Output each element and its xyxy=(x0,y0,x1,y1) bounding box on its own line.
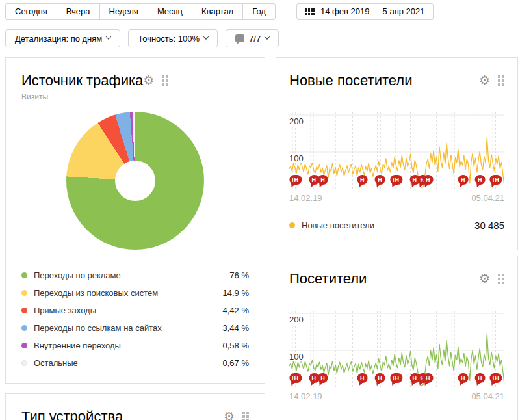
legend-color-dot xyxy=(21,343,27,348)
annotation-marker[interactable]: IH xyxy=(490,175,502,185)
annotation-marker[interactable]: H xyxy=(318,373,328,383)
pie-legend: Переходы по рекламе76 %Переходы из поиск… xyxy=(21,267,249,372)
widget-header: Новые посетители ⚙ xyxy=(289,72,504,89)
widget-title: Посетители xyxy=(289,270,479,287)
annotation-marker[interactable]: H xyxy=(358,175,368,185)
legend-color-dot xyxy=(21,308,27,313)
period-button-month[interactable]: Месяц xyxy=(148,3,192,20)
period-button-week[interactable]: Неделя xyxy=(99,3,148,20)
legend-total-value: 30 485 xyxy=(474,220,504,231)
y-axis-tick: 100 xyxy=(289,153,307,163)
pie-legend-item[interactable]: Переходы по ссылкам на сайтах3,44 % xyxy=(21,319,249,337)
line-chart: 200100IHHHHHIHHHHHHIH xyxy=(289,110,504,192)
legend-label: Новые посетители xyxy=(302,220,374,230)
drag-handle-icon[interactable] xyxy=(242,412,249,420)
widget-visitors: Посетители ⚙ 200100IHHHHHIHHHHHHIH 14.02… xyxy=(276,256,518,420)
x-axis-start-date: 14.02.19 xyxy=(289,391,322,401)
detail-label: Детализация: по дням xyxy=(15,34,102,44)
legend-percent-value: 3,44 % xyxy=(223,323,249,333)
widget-traffic-source: Источник трафика Визиты ⚙ Переходы по ре… xyxy=(5,57,265,384)
legend-label: Переходы из поисковых систем xyxy=(34,288,223,298)
annotation-marker[interactable]: H xyxy=(375,373,385,383)
widget-header: Источник трафика Визиты ⚙ xyxy=(21,72,249,101)
line-chart: 200100IHHHHHIHHHHHHIH xyxy=(289,308,504,390)
legend-percent-value: 4,42 % xyxy=(223,306,249,315)
annotation-marker[interactable]: IH xyxy=(390,175,402,185)
comments-label: 7/7 xyxy=(249,34,261,44)
accuracy-label: Точность: 100% xyxy=(138,34,200,44)
pie-legend-item[interactable]: Переходы из поисковых систем14,9 % xyxy=(21,284,249,302)
annotation-marker[interactable]: H xyxy=(475,373,486,383)
toolbar-period-row: СегодняВчераНеделяМесяцКварталГод 14 фев… xyxy=(5,3,434,20)
period-segmented-control: СегодняВчераНеделяМесяцКварталГод xyxy=(5,3,276,20)
widget-title: Новые посетители xyxy=(289,72,479,89)
annotation-marker[interactable]: H xyxy=(458,373,469,383)
period-button-today[interactable]: Сегодня xyxy=(5,3,57,20)
x-axis-end-date: 05.04.21 xyxy=(471,391,504,401)
date-range-button[interactable]: 14 фев 2019 — 5 апр 2021 xyxy=(296,3,434,20)
chart-legend: Новые посетители 30 485 xyxy=(289,220,504,231)
legend-label: Переходы по ссылкам на сайтах xyxy=(34,323,223,333)
pie-legend-item[interactable]: Остальные0,67 % xyxy=(21,354,249,372)
annotation-marker[interactable]: H xyxy=(458,175,469,185)
widget-header: Посетители ⚙ xyxy=(289,270,504,287)
x-axis-dates: 14.02.19 05.04.21 xyxy=(289,193,504,203)
legend-label: Внутренние переходы xyxy=(34,341,223,350)
settings-gear-icon[interactable]: ⚙ xyxy=(479,272,490,285)
legend-label: Остальные xyxy=(34,358,223,368)
legend-label: Прямые заходы xyxy=(34,306,223,315)
annotation-marker[interactable]: IH xyxy=(390,373,402,383)
widget-device-type: Тип устройства ⚙ xyxy=(5,393,265,420)
chevron-down-icon xyxy=(203,34,209,39)
accuracy-dropdown[interactable]: Точность: 100% xyxy=(128,29,218,47)
widget-header: Тип устройства ⚙ xyxy=(21,408,249,420)
period-button-year[interactable]: Год xyxy=(242,3,276,20)
settings-gear-icon[interactable]: ⚙ xyxy=(143,74,154,86)
drag-handle-icon[interactable] xyxy=(498,75,504,86)
legend-percent-value: 14,9 % xyxy=(223,288,249,298)
annotation-marker[interactable]: H xyxy=(375,175,385,185)
period-button-yesterday[interactable]: Вчера xyxy=(57,3,100,20)
legend-percent-value: 0,58 % xyxy=(223,341,249,350)
pie-chart-wrap xyxy=(66,112,204,250)
pie-legend-item[interactable]: Внутренние переходы0,58 % xyxy=(21,337,249,354)
legend-color-dot xyxy=(21,272,27,278)
annotation-marker[interactable]: H xyxy=(318,175,328,185)
legend-color-dot xyxy=(289,222,295,228)
toolbar-filter-row: Детализация: по дням Точность: 100% 7/7 xyxy=(5,29,279,47)
legend-color-dot xyxy=(21,290,27,296)
pie-legend-item[interactable]: Переходы по рекламе76 % xyxy=(21,267,249,284)
comments-dropdown[interactable]: 7/7 xyxy=(226,29,279,47)
annotation-marker[interactable]: H xyxy=(423,373,434,383)
widget-subtitle: Визиты xyxy=(21,92,143,101)
annotation-marker[interactable]: H xyxy=(475,175,486,185)
y-axis-tick: 200 xyxy=(289,315,307,324)
legend-color-dot xyxy=(21,325,27,331)
comment-bubble-icon xyxy=(235,34,244,42)
annotation-marker[interactable]: H xyxy=(358,373,368,383)
widget-new-visitors: Новые посетители ⚙ 200100IHHHHHIHHHHHHIH… xyxy=(276,57,518,250)
detail-dropdown[interactable]: Детализация: по дням xyxy=(5,29,120,47)
annotation-markers-row: IHHHHHIHHHHHHIH xyxy=(289,373,504,386)
chevron-down-icon xyxy=(106,34,111,39)
date-range-label: 14 фев 2019 — 5 апр 2021 xyxy=(320,7,425,16)
annotation-marker[interactable]: IH xyxy=(289,175,302,185)
chevron-down-icon xyxy=(265,34,270,39)
drag-handle-icon[interactable] xyxy=(498,274,504,284)
settings-gear-icon[interactable]: ⚙ xyxy=(479,74,490,86)
legend-percent-value: 76 % xyxy=(229,270,249,280)
annotation-marker[interactable]: IH xyxy=(490,373,502,383)
y-axis-tick: 100 xyxy=(289,352,307,361)
drag-handle-icon[interactable] xyxy=(162,75,168,86)
x-axis-end-date: 05.04.21 xyxy=(471,193,504,203)
settings-gear-icon[interactable]: ⚙ xyxy=(224,410,235,420)
annotation-markers-row: IHHHHHIHHHHHHIH xyxy=(289,175,504,188)
period-button-quarter[interactable]: Квартал xyxy=(192,3,243,20)
y-axis-tick: 200 xyxy=(289,116,307,126)
x-axis-dates: 14.02.19 05.04.21 xyxy=(289,391,504,401)
annotation-marker[interactable]: IH xyxy=(289,373,302,383)
annotation-marker[interactable]: H xyxy=(423,175,434,185)
widget-title: Тип устройства xyxy=(21,408,224,420)
widget-title: Источник трафика xyxy=(21,72,143,89)
pie-legend-item[interactable]: Прямые заходы4,42 % xyxy=(21,302,249,319)
